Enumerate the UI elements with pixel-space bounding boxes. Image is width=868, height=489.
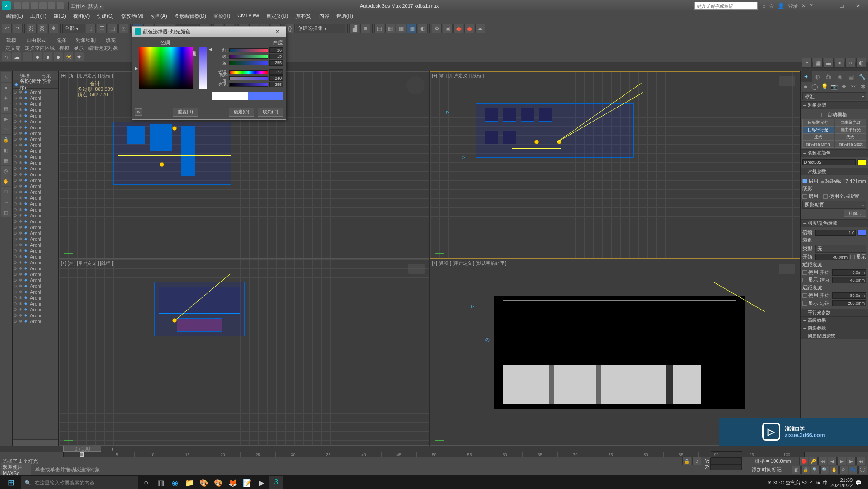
firefox-icon[interactable]: 🦊	[226, 476, 240, 489]
sphere2-icon[interactable]: ●	[43, 52, 52, 61]
vp-maximize-icon[interactable]: +	[802, 58, 812, 68]
utilities-tab-icon[interactable]: 🔧	[857, 71, 868, 82]
curve-editor-icon[interactable]: ▦	[396, 24, 406, 33]
blue-slider[interactable]	[229, 61, 268, 65]
viewport-left[interactable]: [+] [左 ] [用户定义 ] [线框 ]	[59, 259, 429, 446]
minimize-button[interactable]: —	[817, 1, 834, 10]
freeze-icon[interactable]: ❄	[19, 296, 24, 300]
freeze-icon[interactable]: ❄	[19, 301, 24, 306]
notifications-icon[interactable]: 💬	[855, 480, 862, 486]
list-item[interactable]: ⊙❄◆Archi	[13, 177, 58, 183]
play-button[interactable]: ▶	[837, 457, 846, 465]
freeze-icon[interactable]: ❄	[19, 96, 24, 100]
display-tab-icon[interactable]: ▤	[845, 71, 857, 82]
lt-sphere-icon[interactable]: ●	[1, 83, 11, 93]
explorer-icon[interactable]: 📁	[183, 476, 196, 489]
star-icon[interactable]: ☆	[769, 3, 774, 9]
lt-target-icon[interactable]: ◎	[1, 166, 11, 176]
qa-new-icon[interactable]	[14, 2, 21, 9]
shapes-cat-icon[interactable]: ◯	[810, 82, 820, 91]
tab-populate[interactable]: 填充	[103, 37, 118, 44]
visibility-icon[interactable]: ⊙	[14, 307, 18, 312]
list-item[interactable]: ⊙❄◆Archi	[13, 95, 58, 101]
subtab-sim[interactable]: 模拟	[57, 45, 71, 52]
key-filter-icon[interactable]: ⚷	[692, 457, 701, 465]
window-crossing-icon[interactable]: ⊡	[118, 24, 128, 33]
btn-omni[interactable]: 泛光	[802, 133, 834, 141]
schematic-view-icon[interactable]: ▦	[407, 24, 417, 33]
freeze-icon[interactable]: ❄	[19, 172, 24, 177]
sphere3-icon[interactable]: ●	[54, 52, 63, 61]
visibility-icon[interactable]: ⊙	[14, 155, 18, 159]
vp-layout2-icon[interactable]: ▬	[824, 58, 834, 68]
qa-link-icon[interactable]	[57, 2, 64, 9]
freeze-icon[interactable]: ❄	[19, 160, 24, 165]
list-item[interactable]: ⊙❄◆Archi	[13, 236, 58, 242]
btn-free-spot[interactable]: 自由聚光灯	[835, 119, 867, 126]
lt-select-icon[interactable]: ↖	[1, 72, 11, 82]
light-type-combo[interactable]: 标准	[802, 92, 866, 100]
list-item[interactable]: ⊙❄◆Archi	[13, 113, 58, 118]
visibility-icon[interactable]: ⊙	[14, 190, 18, 194]
visibility-icon[interactable]: ⊙	[14, 113, 18, 118]
undo-icon[interactable]: ↶	[2, 24, 12, 33]
key-lock-icon[interactable]: 🔒	[682, 457, 691, 465]
modify-tab-icon[interactable]: ◐	[812, 71, 823, 82]
list-item[interactable]: ⊙❄◆Archi	[13, 295, 58, 301]
lights-cat-icon[interactable]: 💡	[820, 82, 830, 91]
cortana-icon[interactable]: ○	[139, 476, 153, 489]
list-item[interactable]: ⊙❄◆Archi	[13, 207, 58, 212]
hue-input[interactable]	[269, 69, 283, 75]
network-icon[interactable]: 🕪	[815, 480, 820, 485]
freeze-icon[interactable]: ❄	[19, 260, 24, 265]
visibility-icon[interactable]: ⊙	[14, 301, 18, 306]
list-item[interactable]: ⊙❄◆Archi	[13, 248, 58, 254]
time-slider-handle[interactable]	[80, 452, 84, 457]
render-iterative-icon[interactable]: 🫖	[464, 24, 474, 33]
menu-content[interactable]: 内容	[316, 12, 333, 21]
user-icon[interactable]: 👤	[778, 3, 784, 9]
visibility-icon[interactable]: ⊙	[14, 319, 18, 324]
rendered-frame-icon[interactable]: ▣	[443, 24, 453, 33]
list-item[interactable]: ⊙❄◆Archi	[13, 212, 58, 218]
visibility-icon[interactable]: ⊙	[14, 143, 18, 147]
btn-mr-spot[interactable]: mr Area Spot	[835, 141, 867, 148]
maximize-button[interactable]: □	[834, 1, 850, 10]
freeze-icon[interactable]: ❄	[19, 272, 24, 277]
visibility-icon[interactable]: ⊙	[14, 166, 18, 171]
lt-layers-icon[interactable]: ▤	[1, 103, 11, 113]
visibility-icon[interactable]: ⊙	[14, 125, 18, 130]
visibility-icon[interactable]: ⊙	[14, 278, 18, 282]
visibility-icon[interactable]: ⊙	[14, 102, 18, 106]
frame-badge[interactable]: 0 / 100	[63, 446, 101, 452]
hue-slider[interactable]	[229, 70, 268, 74]
list-item[interactable]: ⊙❄◆Archi	[13, 130, 58, 136]
tab-modeling[interactable]: 建模	[4, 37, 19, 44]
exp-scrollbar[interactable]	[13, 439, 58, 446]
geometry-cat-icon[interactable]: ●	[801, 82, 810, 91]
list-item[interactable]: ⊙❄◆Archi	[13, 101, 58, 107]
btn-target-spot[interactable]: 目标聚光灯	[802, 119, 834, 126]
visibility-icon[interactable]: ⊙	[14, 160, 18, 165]
select-icon[interactable]: ▯	[86, 24, 96, 33]
use-global-check[interactable]: 使用全局设置	[829, 193, 859, 200]
visibility-icon[interactable]: ⊙	[14, 184, 18, 188]
btn-free-direct[interactable]: 自由平行光	[835, 126, 867, 133]
visibility-icon[interactable]: ⊙	[14, 243, 18, 247]
menu-edit[interactable]: 编辑(E)	[3, 12, 27, 21]
freeze-icon[interactable]: ❄	[19, 213, 24, 218]
selection-filter[interactable]: 全部	[62, 24, 85, 33]
helpers-cat-icon[interactable]: ❖	[839, 82, 849, 91]
list-item[interactable]: ⊙❄◆Archi	[13, 271, 58, 277]
list-item[interactable]: ⊙❄◆Archi	[13, 265, 58, 271]
multiplier-input[interactable]	[815, 230, 856, 236]
decay-type-combo[interactable]: 无	[815, 244, 866, 253]
bind-icon[interactable]: ✱	[48, 24, 58, 33]
freeze-icon[interactable]: ❄	[19, 131, 24, 136]
list-item[interactable]: ⊙❄◆Archi	[13, 160, 58, 165]
lt-hand-icon[interactable]: ✋	[1, 176, 11, 186]
list-item[interactable]: ⊙❄◆Archi	[13, 195, 58, 201]
select-region-icon[interactable]: ◫	[108, 24, 118, 33]
far-use-check[interactable]: 使用	[808, 292, 818, 299]
3dsmax-task-icon[interactable]: 3	[269, 476, 283, 489]
